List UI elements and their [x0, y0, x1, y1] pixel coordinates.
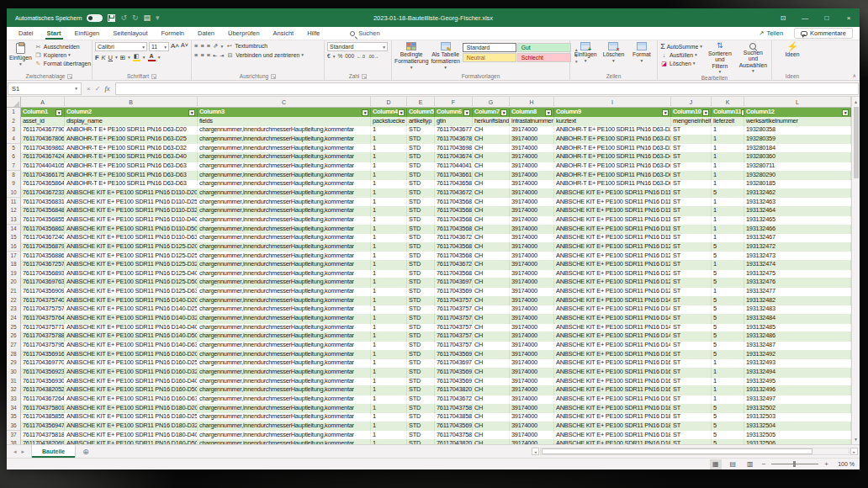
sort-filter-button[interactable]: ⇅ Sortieren und Filtern▾: [705, 42, 735, 74]
autosum-button[interactable]: ΣAutoSumme ▾: [660, 43, 702, 50]
tab-daten[interactable]: Daten: [191, 27, 221, 40]
tab-ansicht[interactable]: Ansicht: [267, 27, 301, 40]
scroll-down-icon[interactable]: ▼: [854, 434, 858, 444]
horizontal-scrollbar[interactable]: ◂ ▸: [530, 445, 860, 458]
shrink-font-button[interactable]: A˅: [181, 42, 188, 51]
column-header-F[interactable]: F: [435, 97, 473, 108]
column-header-D[interactable]: D: [371, 97, 407, 108]
conditional-formatting-button[interactable]: Bedingte Formatierung▾: [394, 42, 428, 70]
wrap-text-button[interactable]: ↩Textumbruch: [225, 42, 267, 50]
filter-button[interactable]: ▼: [463, 109, 470, 116]
bold-button[interactable]: F: [95, 54, 99, 61]
increase-decimal-button[interactable]: ←.0: [357, 54, 365, 59]
formula-input[interactable]: [115, 82, 859, 95]
style-neutral[interactable]: Neutral: [463, 53, 516, 62]
font-color-button[interactable]: A: [148, 53, 156, 61]
zoom-in-button[interactable]: +: [824, 460, 828, 468]
filter-button[interactable]: ▼: [56, 109, 62, 116]
vertical-scroll-thumb[interactable]: [854, 107, 859, 178]
tab-datei[interactable]: Datei: [12, 27, 40, 40]
minimize-button[interactable]: —: [794, 8, 816, 27]
tab-formeln[interactable]: Formeln: [155, 27, 192, 40]
number-format-select[interactable]: Standard▾: [327, 42, 388, 51]
align-center-button[interactable]: ≡: [200, 51, 204, 59]
undo-icon[interactable]: ↺: [120, 13, 127, 22]
search-box[interactable]: Suchen: [350, 27, 379, 40]
column-header-E[interactable]: E: [407, 97, 435, 108]
paste-button[interactable]: Einfügen▾: [9, 42, 32, 67]
clear-button[interactable]: ◪Löschen ▾: [660, 60, 702, 67]
qat-dropdown-icon[interactable]: ▾: [156, 13, 160, 22]
format-as-table-button[interactable]: ✎ Als Tabelle formatieren▾: [431, 42, 459, 70]
font-size-select[interactable]: 11▾: [149, 42, 169, 51]
ribbon-display-icon[interactable]: ⊡: [772, 8, 794, 27]
page-break-view-button[interactable]: ▥: [744, 459, 756, 469]
column-header-H[interactable]: H: [510, 97, 554, 108]
filter-button[interactable]: ▼: [398, 109, 405, 116]
zoom-level[interactable]: 100 %: [834, 461, 855, 467]
share-button[interactable]: ↗ Teilen: [753, 29, 789, 38]
orientation-button[interactable]: ⇗: [213, 42, 218, 50]
thousands-button[interactable]: 000: [345, 53, 354, 59]
cut-button[interactable]: ✂Ausschneiden: [34, 43, 91, 50]
autosave-toggle[interactable]: [87, 14, 103, 22]
percent-button[interactable]: %: [337, 53, 342, 59]
find-select-button[interactable]: Suchen und Auswählen▾: [738, 42, 769, 74]
ideas-button[interactable]: ⚡ Ideen: [778, 42, 807, 58]
tab-ueberpruefen[interactable]: Überprüfen: [221, 27, 267, 40]
zoom-slider[interactable]: [771, 464, 818, 464]
sheet-tab-bauteile[interactable]: Bauteile: [31, 445, 76, 458]
column-header-A[interactable]: A: [21, 97, 65, 108]
horizontal-scroll-thumb[interactable]: [542, 448, 812, 454]
align-right-button[interactable]: ≡: [207, 51, 210, 59]
tab-start[interactable]: Start: [40, 27, 68, 40]
name-box[interactable]: S1 ▾: [8, 82, 82, 95]
grow-font-button[interactable]: A˄: [171, 42, 179, 51]
filter-button[interactable]: ▼: [362, 109, 368, 116]
column-header-J[interactable]: J: [671, 97, 712, 108]
sheet-next-icon[interactable]: ▸: [22, 448, 25, 455]
borders-button[interactable]: ⊞: [120, 54, 125, 61]
close-button[interactable]: ×: [838, 8, 860, 27]
column-header-K[interactable]: K: [712, 97, 744, 108]
save-icon[interactable]: [108, 14, 115, 22]
underline-button[interactable]: U: [108, 54, 113, 61]
format-cells-button[interactable]: Format▾: [629, 42, 654, 63]
decrease-decimal-button[interactable]: .00→: [368, 54, 378, 59]
filter-button[interactable]: ▼: [662, 109, 669, 116]
vertical-scrollbar[interactable]: ▲ ▼: [851, 97, 860, 444]
zoom-slider-thumb[interactable]: [793, 461, 796, 467]
format-painter-button[interactable]: ✎Format übertragen: [34, 60, 91, 67]
filter-button[interactable]: ▼: [702, 109, 709, 116]
comments-button[interactable]: Kommentare: [794, 28, 853, 39]
enter-icon[interactable]: ✓: [95, 85, 101, 93]
font-name-select[interactable]: Calibri▾: [95, 42, 147, 51]
page-layout-view-button[interactable]: ▤: [728, 459, 739, 469]
hscroll-right-icon[interactable]: ▸: [850, 448, 858, 455]
number-dialog-launcher[interactable]: ↘: [362, 74, 367, 79]
zoom-out-button[interactable]: −: [762, 460, 766, 468]
insert-cells-button[interactable]: + Einfügen▾: [573, 42, 598, 63]
redo-icon[interactable]: ↻: [132, 13, 139, 22]
decrease-indent-button[interactable]: ⇤: [213, 52, 217, 58]
align-middle-button[interactable]: ≡: [200, 42, 204, 50]
align-bottom-button[interactable]: ≡: [207, 42, 210, 50]
alignment-dialog-launcher[interactable]: ↘: [271, 74, 276, 79]
filter-button[interactable]: ▼: [842, 109, 849, 116]
tab-seitenlayout[interactable]: Seitenlayout: [106, 27, 154, 40]
fill-button[interactable]: ↓Ausfüllen ▾: [660, 51, 702, 59]
style-schlecht[interactable]: Schlecht: [517, 53, 571, 62]
normal-view-button[interactable]: ▦: [710, 459, 722, 469]
column-header-B[interactable]: B: [65, 97, 198, 108]
increase-indent-button[interactable]: ⇥: [220, 52, 224, 58]
hscroll-left-icon[interactable]: ◂: [532, 448, 539, 455]
tab-einfuegen[interactable]: Einfügen: [68, 27, 107, 40]
cancel-icon[interactable]: ×: [87, 85, 91, 93]
clipboard-dialog-launcher[interactable]: ↘: [67, 74, 72, 79]
align-top-button[interactable]: ≡: [194, 42, 198, 50]
column-header-G[interactable]: G: [473, 97, 510, 108]
filter-button[interactable]: ▼: [500, 109, 507, 116]
merge-center-button[interactable]: ⊟Verbinden und zentrieren ▾: [226, 51, 304, 59]
scroll-up-icon[interactable]: ▲: [854, 97, 858, 107]
currency-button[interactable]: €: [327, 53, 331, 59]
